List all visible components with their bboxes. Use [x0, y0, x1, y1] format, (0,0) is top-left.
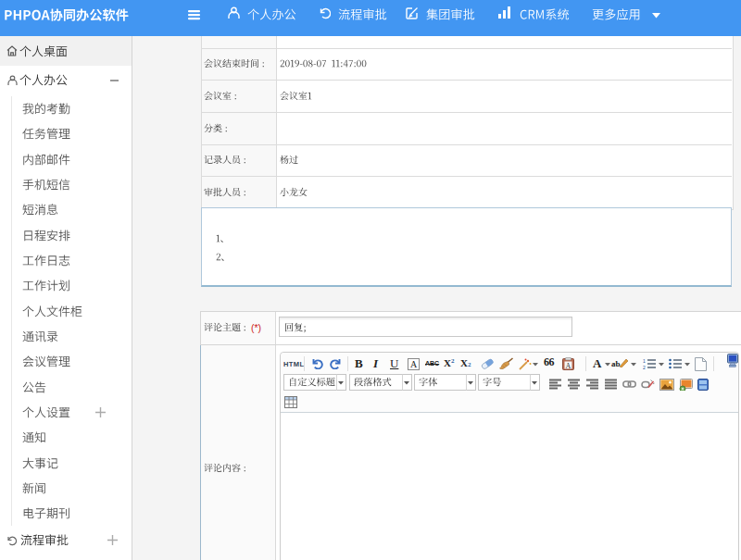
svg-text:2: 2 [643, 365, 646, 370]
svg-text:A: A [410, 359, 418, 369]
svg-text:A: A [566, 362, 571, 370]
svg-text:1: 1 [643, 358, 646, 364]
